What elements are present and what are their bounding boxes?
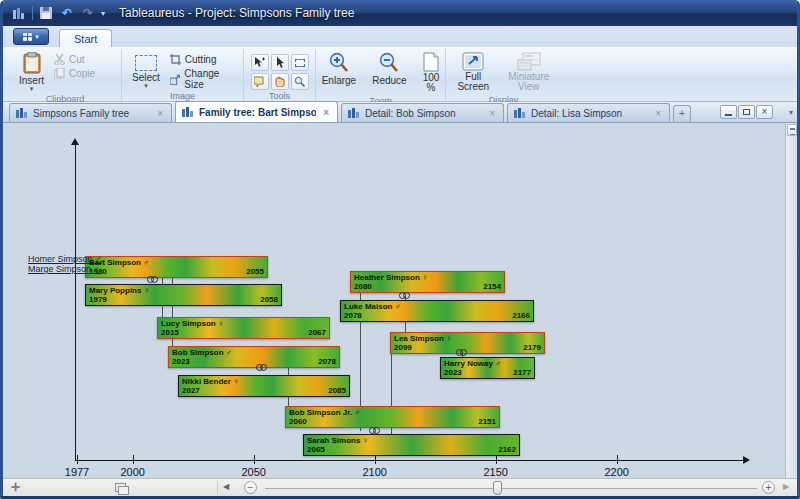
miniature-view-label: Miniature View	[506, 72, 551, 92]
birth-year: 2060	[289, 417, 307, 426]
tab-detail-bob-simpson[interactable]: Detail: Bob Simpson ×	[341, 103, 504, 122]
chart-icon	[514, 108, 526, 118]
person-bar[interactable]: Nikki Bender ♀20272085	[178, 375, 350, 397]
close-icon[interactable]: ×	[653, 108, 663, 119]
person-bar[interactable]: Harry Noway ♂20232177	[440, 357, 535, 379]
person-bar[interactable]: Luke Maison ♂20782166	[340, 300, 534, 322]
family-tree-canvas[interactable]: 197720002050210021502200Homer Simpson ♂M…	[3, 123, 785, 478]
ribbon-group-tools: Tools	[243, 49, 315, 101]
birth-year: 1979	[89, 295, 107, 304]
close-window-button[interactable]: ×	[756, 105, 773, 119]
person-bar[interactable]: Bob Simpson ♂20232078	[168, 346, 340, 368]
birth-year: 2023	[444, 368, 462, 377]
person-bar[interactable]: Bart Simpson ♂19802055	[85, 256, 268, 278]
quick-access-toolbar: ↶ ↷ ▾	[11, 6, 105, 20]
reduce-button[interactable]: Reduce	[366, 50, 412, 88]
selection-rectangle-icon	[135, 55, 157, 71]
end-year: 2085	[328, 386, 346, 395]
x-axis-tick	[375, 455, 376, 464]
chart-icon	[348, 108, 360, 118]
timeline-chart: 197720002050210021502200Homer Simpson ♂M…	[3, 123, 785, 478]
tab-family-tree-bart-simpson[interactable]: Family tree: Bart Simpson ×	[175, 101, 338, 122]
person-name: Harry Noway ♂	[444, 359, 501, 368]
person-bar[interactable]: Heather Simpson ♀20802154	[350, 271, 505, 293]
cut-button[interactable]: Cut	[54, 54, 95, 65]
application-menu-button[interactable]: ▾	[13, 28, 49, 45]
ancestor-link[interactable]: Marge Simpson ♀	[28, 264, 100, 274]
undo-icon[interactable]: ↶	[59, 6, 75, 20]
restore-button[interactable]	[738, 105, 755, 119]
person-bar[interactable]: Sarah Simons ♀20652162	[303, 434, 520, 456]
page-layout-icon[interactable]	[115, 483, 126, 492]
chevron-down-icon: ▾	[144, 83, 148, 88]
x-axis-tick-label: 2050	[241, 466, 265, 478]
ribbon-group-zoom: Enlarge Reduce 100% Zoom	[315, 49, 445, 101]
ribbon-group-display: Full Screen Miniature View Display	[445, 49, 561, 101]
copy-button[interactable]: Copie	[54, 68, 95, 79]
page-icon	[423, 52, 439, 72]
birth-year: 2023	[172, 357, 190, 366]
vertical-scrollbar[interactable]	[785, 123, 797, 478]
scrollbar-split-button[interactable]	[787, 124, 797, 136]
pan-icon[interactable]: ✛	[11, 481, 20, 494]
full-screen-label: Full Screen	[456, 72, 490, 92]
birth-year: 2080	[354, 282, 372, 291]
pan-tool-button[interactable]	[271, 73, 289, 90]
person-name: Lea Simpson ♀	[394, 334, 452, 343]
cursor-move-icon	[254, 57, 265, 68]
miniature-view-button[interactable]: Miniature View	[500, 50, 557, 94]
copy-icon	[54, 68, 65, 79]
chevron-down-icon: ▾	[30, 86, 34, 91]
cutting-button[interactable]: Cutting	[170, 54, 239, 65]
zoom-in-button[interactable]: +	[762, 481, 775, 494]
divider	[32, 6, 33, 20]
insert-button[interactable]: Insert ▾	[13, 50, 50, 93]
redo-icon[interactable]: ↷	[80, 6, 96, 20]
rect-select-tool-button[interactable]	[291, 54, 309, 71]
end-year: 2154	[483, 282, 501, 291]
zoom-slider-track[interactable]	[265, 488, 757, 489]
person-bar[interactable]: Lucy Simpson ♀20152067	[157, 317, 330, 339]
chart-icon	[182, 107, 194, 117]
scroll-left-icon[interactable]: ◀	[223, 482, 229, 491]
select-button[interactable]: Select ▾	[126, 50, 166, 90]
minimize-icon	[725, 114, 732, 116]
person-bar[interactable]: Bob Simpson Jr. ♂20602151	[285, 406, 500, 428]
tab-list-dropdown-icon[interactable]: ▾	[789, 108, 793, 117]
ancestor-link[interactable]: Homer Simpson ♂	[28, 254, 100, 264]
ancestor-links[interactable]: Homer Simpson ♂Marge Simpson ♀	[28, 254, 100, 274]
full-screen-button[interactable]: Full Screen	[450, 50, 496, 94]
ribbon-tab-start[interactable]: Start	[59, 29, 112, 47]
ribbon-tab-strip: ▾ Start	[3, 26, 797, 47]
scroll-right-icon[interactable]: ▶	[783, 482, 789, 491]
tab-simpsons-family-tree[interactable]: Simpsons Family tree ×	[9, 103, 172, 122]
end-year: 2067	[308, 328, 326, 337]
birth-year: 2078	[344, 311, 362, 320]
tab-label: Detail: Lisa Simpson	[531, 108, 648, 119]
person-bar[interactable]: Mary Poppins ♀19792058	[85, 284, 282, 306]
ribbon-group-image: Select ▾ Cutting Change Size Image	[121, 49, 243, 101]
end-year: 2166	[512, 311, 530, 320]
x-axis-tick	[496, 455, 497, 464]
zoom-slider-thumb[interactable]	[493, 481, 502, 495]
change-size-button[interactable]: Change Size	[170, 68, 239, 90]
move-tool-button[interactable]	[251, 54, 269, 71]
marriage-rings-icon	[456, 349, 469, 357]
enlarge-button[interactable]: Enlarge	[316, 50, 362, 88]
new-tab-button[interactable]: +	[673, 105, 691, 122]
select-tool-button[interactable]	[271, 54, 289, 71]
note-tool-button[interactable]	[251, 73, 269, 90]
clipboard-icon	[23, 52, 41, 74]
zoom-out-button[interactable]: −	[244, 481, 257, 494]
save-icon[interactable]	[38, 6, 54, 20]
close-icon[interactable]: ×	[155, 108, 165, 119]
close-icon[interactable]: ×	[321, 107, 331, 118]
x-axis-tick-label: 2000	[120, 466, 144, 478]
minimize-button[interactable]	[720, 105, 737, 119]
miniature-view-icon	[517, 52, 541, 71]
zoom-tool-button[interactable]	[291, 73, 309, 90]
close-icon[interactable]: ×	[487, 108, 497, 119]
zoom-100-button[interactable]: 100%	[417, 50, 446, 95]
tab-detail-lisa-simpson[interactable]: Detail: Lisa Simpson ×	[507, 103, 670, 122]
quick-access-dropdown-icon[interactable]: ▾	[101, 9, 105, 18]
